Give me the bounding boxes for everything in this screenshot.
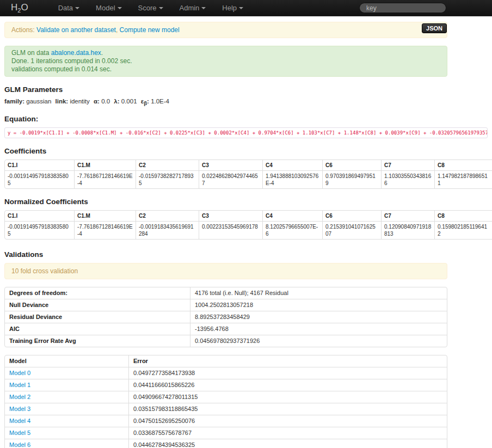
epsilon-label: εβ: — [141, 98, 149, 105]
actions-label: Actions: — [11, 26, 35, 34]
col-header: C6 — [322, 211, 381, 221]
col-header-model: Model — [5, 355, 128, 367]
coef-value: -7.761867128146619E-4 — [74, 170, 136, 188]
coef-value: 1.1479821878986511 — [434, 170, 492, 188]
row-label: Residual Deviance — [5, 311, 190, 323]
col-header: C4 — [262, 211, 322, 221]
coef-value: -0.0019149579183835805 — [5, 221, 74, 239]
row-value: 0.045697802937371926 — [190, 335, 447, 347]
coef-value: 0.12090840971918813 — [381, 221, 434, 239]
model-link[interactable]: Model 3 — [9, 406, 30, 412]
col-header: C1.I — [5, 211, 74, 221]
table-row: Training Error Rate Avg0.045697802937371… — [5, 335, 447, 347]
models-header-row: Model Error — [5, 355, 447, 367]
error-value: 0.04462784394536325 — [128, 439, 447, 448]
col-header: C4 — [262, 160, 322, 170]
epsilon-value: 1.0E-4 — [151, 98, 169, 105]
coef-value: 0.1598021851196412 — [434, 221, 492, 239]
col-header: C2 — [136, 211, 199, 221]
chevron-down-icon — [239, 7, 243, 9]
menu-admin[interactable]: Admin — [171, 0, 214, 16]
glm-status-box: GLM on data abalone.data.hex. Done. 1 it… — [4, 46, 447, 77]
validations-heading: Validations — [4, 250, 492, 259]
alpha-value: 0.0 — [101, 98, 110, 105]
equation-text: y = -0.0019*x[C1.I] + -0.0008*x[C1.M] + … — [4, 127, 488, 138]
coef-value: 1.103035503438166 — [381, 170, 434, 188]
link-label: link: — [56, 98, 69, 105]
alpha-label: α: — [94, 98, 100, 105]
row-value: 4176 total (i.e. Null); 4167 Residual — [190, 287, 447, 299]
h2o-logo[interactable]: H2O — [11, 2, 28, 14]
table-row: Degrees of freedom:4176 total (i.e. Null… — [5, 287, 447, 299]
coef-value: 8.12025796655007E-6 — [262, 221, 322, 239]
coef-value: 0.9703918694979519 — [322, 170, 381, 188]
menu-score[interactable]: Score — [130, 0, 171, 16]
validate-dataset-link[interactable]: Validate on another dataset — [36, 26, 116, 34]
actions-bar: Actions: Validate on another dataset, Co… — [4, 22, 447, 38]
row-value: -13956.4768 — [190, 323, 447, 335]
coef-value: -0.0019183435619691284 — [136, 221, 199, 239]
table-row: Model 00.04972773584173938 — [5, 367, 447, 379]
model-link[interactable]: Model 0 — [9, 370, 30, 376]
coef-value: 0.21539104107162507 — [322, 221, 381, 239]
col-header: C7 — [381, 211, 434, 221]
col-header: C1.M — [74, 160, 136, 170]
coef-value: 1.9413888103092576E-4 — [262, 170, 322, 188]
row-label: AIC — [5, 323, 190, 335]
cross-validation-models-table: Model Error Model 00.04972773584173938 M… — [4, 355, 447, 448]
model-link[interactable]: Model 6 — [9, 441, 30, 448]
coef-value: -0.01597382827178935 — [136, 170, 199, 188]
col-header: C3 — [199, 211, 262, 221]
lambda-value: 0.001 — [121, 98, 137, 105]
top-navbar: H2O Data Model Score Admin Help — [0, 0, 492, 16]
table-row: Model 40.04750152695250076 — [5, 415, 447, 427]
chevron-down-icon — [159, 7, 163, 9]
equation-heading: Equation: — [4, 115, 492, 123]
table-row: Model 60.04462784394536325 — [5, 439, 447, 448]
model-link[interactable]: Model 4 — [9, 418, 30, 424]
error-value: 0.04750152695250076 — [128, 415, 447, 427]
chevron-down-icon — [118, 7, 122, 9]
row-value: 8.892537283458429 — [190, 311, 447, 323]
row-label: Null Deviance — [5, 299, 190, 311]
table-row: Model 20.049096674278011315 — [5, 391, 447, 403]
menu-model[interactable]: Model — [88, 0, 130, 16]
col-header: C3 — [199, 160, 262, 170]
normalized-value-row: -0.0019149579183835805 -7.76186712814661… — [5, 221, 492, 239]
table-row: Model 50.0336875575678767 — [5, 427, 447, 439]
json-button[interactable]: JSON — [422, 23, 447, 33]
error-value: 0.04411666015865226 — [128, 379, 447, 391]
coefficients-heading: Coefficients — [4, 147, 492, 155]
dataset-link[interactable]: abalone.data.hex — [51, 49, 101, 57]
error-value: 0.035157983118865435 — [128, 403, 447, 415]
table-row: Model 30.035157983118865435 — [5, 403, 447, 415]
table-row: Null Deviance1004.2502813057218 — [5, 299, 447, 311]
key-search-input[interactable] — [359, 3, 446, 13]
cross-validation-note: 10 fold cross validation — [4, 263, 447, 279]
chevron-down-icon — [201, 7, 206, 9]
model-link[interactable]: Model 2 — [9, 394, 30, 400]
row-label: Degrees of freedom: — [5, 287, 190, 299]
glm-parameters-line: family: gaussian link: identity α: 0.0 λ… — [4, 98, 492, 106]
compute-model-link[interactable]: Compute new model — [120, 26, 180, 34]
coef-value: -7.761867128146619E-4 — [74, 221, 136, 239]
menu-help[interactable]: Help — [214, 0, 251, 16]
table-row: AIC-13956.4768 — [5, 323, 447, 335]
model-link[interactable]: Model 5 — [9, 429, 30, 436]
col-header-error: Error — [128, 355, 447, 367]
glm-parameters-heading: GLM Parameters — [4, 85, 492, 94]
error-value: 0.049096674278011315 — [128, 391, 447, 403]
coef-value: 0.022486280429744657 — [199, 170, 262, 188]
normalized-coefficients-table: C1.I C1.M C2 C3 C4 C6 C7 C8 -0.001914957… — [4, 210, 492, 240]
actions-separator: , — [116, 26, 118, 34]
row-label: Training Error Rate Avg — [5, 335, 190, 347]
normalized-coefficients-table-wrap: C1.I C1.M C2 C3 C4 C6 C7 C8 -0.001914957… — [4, 210, 492, 240]
validation-summary-table: Degrees of freedom:4176 total (i.e. Null… — [4, 287, 447, 347]
lambda-label: λ: — [114, 98, 119, 105]
model-link[interactable]: Model 1 — [9, 382, 30, 388]
coefficients-table: C1.I C1.M C2 C3 C4 C6 C7 C8 -0.001914957… — [4, 159, 492, 189]
error-value: 0.0336875575678767 — [128, 427, 447, 439]
col-header: C6 — [322, 160, 381, 170]
status-line-1: GLM on data abalone.data.hex. — [11, 49, 440, 57]
menu-data[interactable]: Data — [50, 0, 88, 16]
